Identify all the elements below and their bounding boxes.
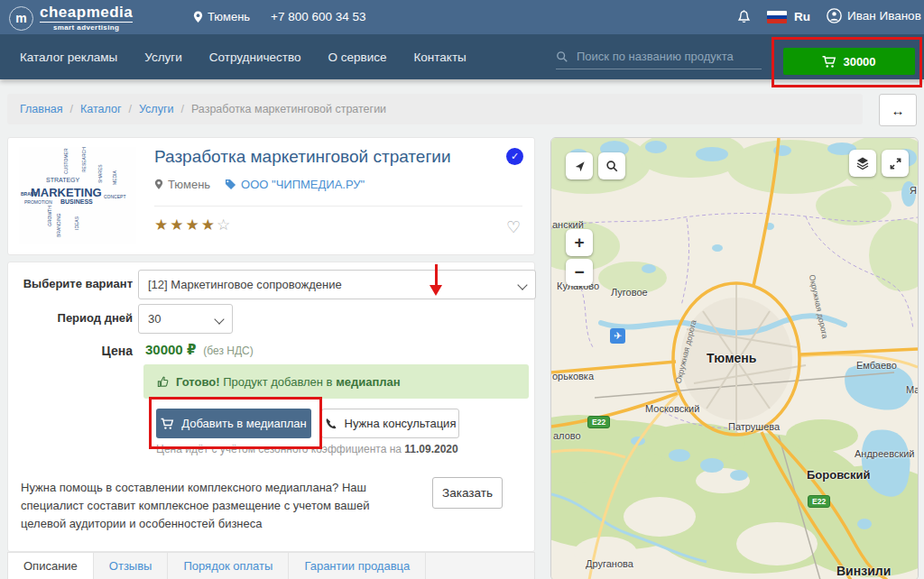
consultation-button[interactable]: Нужна консультация (321, 409, 459, 438)
rating-stars[interactable]: ★★★★☆ (154, 216, 232, 234)
favorite-heart-icon[interactable]: ♡ (506, 217, 521, 237)
map-fullscreen-button[interactable] (882, 150, 909, 177)
toggle-width-button[interactable]: ↔ (879, 94, 917, 126)
logo[interactable]: m cheapmedia smart advertising (9, 5, 133, 32)
star-full-icon: ★ (201, 216, 217, 234)
chevron-down-icon (214, 314, 224, 324)
breadcrumb-link[interactable]: Каталог (80, 103, 121, 115)
map-place-label: Ембаево (856, 360, 897, 371)
period-value: 30 (148, 312, 161, 326)
cart-total: 30000 (843, 55, 875, 69)
period-label: Период дней (8, 311, 133, 325)
breadcrumb-separator: / (70, 103, 73, 115)
help-text: Нужна помощь в составлении комплексного … (21, 479, 411, 533)
cloud-word: MEDIA (113, 170, 117, 185)
phone-icon (325, 418, 337, 430)
city-selector[interactable]: Тюмень (193, 10, 250, 23)
map-place-label: Друганова (586, 558, 633, 569)
variant-label: Выберите вариант (8, 277, 133, 290)
tag-icon (225, 179, 236, 190)
cloud-word: CUSTOMER (64, 148, 69, 174)
city-label: Тюмень (208, 10, 250, 23)
period-select[interactable]: 30 (138, 304, 233, 334)
notifications-bell-icon[interactable] (736, 9, 752, 29)
map-search-button[interactable] (598, 152, 625, 179)
cart-icon (822, 55, 836, 69)
star-full-icon: ★ (170, 216, 185, 234)
cloud-word: SHARES (98, 164, 103, 183)
location-pin-icon (154, 179, 163, 190)
map-zoom-in-button[interactable]: + (566, 229, 593, 256)
order-button[interactable]: Заказать (432, 477, 503, 509)
breadcrumb-separator: / (129, 103, 132, 115)
product-image[interactable]: MARKETINGSTRATEGYBUSINESSPROMOTIONCONCEP… (19, 147, 136, 244)
consult-button-label: Нужна консультация (345, 417, 457, 430)
product-title: Разработка маркетинговой стратегии (154, 147, 451, 167)
cloud-word: CONCEPT (104, 195, 125, 199)
route-badge: E22 (808, 495, 830, 508)
map-layers-button[interactable] (849, 150, 876, 177)
success-bold2: медиаплан (336, 375, 401, 389)
tab-link[interactable]: Отзывы (94, 553, 169, 579)
phone-number[interactable]: +7 800 600 34 53 (271, 10, 365, 23)
map-place-label: Ма (906, 384, 919, 395)
star-full-icon: ★ (186, 216, 201, 234)
layers-icon (855, 156, 870, 170)
star-full-icon: ★ (154, 216, 170, 234)
cloud-word: GROWTH (48, 206, 52, 226)
map-place-label: Луговое (611, 287, 648, 298)
breadcrumb-current: Разработка маркетинговой стратегии (191, 103, 386, 115)
nav-item[interactable]: Услуги (144, 51, 182, 64)
cloud-word: BRANDING (57, 214, 61, 237)
nav-item[interactable]: Контакты (413, 51, 466, 64)
search-icon (605, 160, 619, 173)
geolocation-button[interactable] (566, 152, 593, 179)
tab-link[interactable]: Гарантии продавца (289, 553, 426, 579)
map-panel[interactable]: анскийКулаковоЛуговоеорьковкаТюменьЕмбае… (550, 137, 919, 579)
map-place-label: орьковка (552, 371, 594, 381)
breadcrumb: Главная/Каталог/Услуги/Разработка маркет… (7, 94, 863, 124)
map-place-label: Патрушева (728, 421, 780, 432)
map-zoom-out-button[interactable]: − (566, 259, 593, 286)
route-badge: E22 (587, 416, 610, 428)
map-place-label: Андреевский (855, 448, 915, 459)
nav-menu: Каталог рекламыУслугиСотрудничествоО сер… (20, 34, 467, 79)
map-place-label: Я (910, 185, 917, 196)
chevron-down-icon (517, 280, 527, 290)
cloud-word: MARKETING (31, 187, 102, 198)
russian-flag-icon[interactable] (767, 11, 787, 23)
language-switcher[interactable]: Ru (794, 10, 810, 23)
search-icon (556, 51, 568, 63)
map-place-label: Московский (645, 403, 699, 414)
map-place-label: Тюмень (707, 351, 756, 365)
nav-item[interactable]: О сервисе (328, 51, 386, 64)
top-header: m cheapmedia smart advertising Тюмень +7… (0, 0, 924, 34)
tab-active[interactable]: Описание (8, 553, 94, 579)
airport-plane-icon: ✈ (610, 328, 625, 344)
user-icon (827, 8, 842, 23)
fullscreen-arrows-icon (889, 157, 902, 170)
thumbs-up-icon (156, 375, 170, 389)
add-to-mediaplan-button[interactable]: Добавить в медиаплан (156, 409, 311, 438)
nav-item[interactable]: Сотрудничество (209, 51, 301, 64)
success-text: Продукт добавлен в (223, 375, 332, 389)
location-pin-icon (193, 11, 203, 23)
expand-icon: ↔ (892, 103, 905, 118)
cart-button[interactable]: 30000 (783, 48, 915, 75)
tab-link[interactable]: Порядок оплаты (168, 553, 289, 579)
breadcrumb-separator: / (180, 103, 183, 115)
search-input[interactable] (575, 49, 750, 64)
search-box (556, 49, 762, 69)
breadcrumb-link[interactable]: Услуги (139, 103, 173, 115)
nav-item[interactable]: Каталог рекламы (20, 51, 117, 64)
geolocation-arrow-icon (573, 160, 587, 173)
logo-name: cheapmedia (40, 5, 133, 23)
success-bold: Готово! (176, 375, 220, 389)
variant-select[interactable]: [12] Маркетинговое сопровождение (138, 270, 536, 299)
user-account[interactable]: Иван Иванов (827, 8, 921, 23)
variant-value: [12] Маркетинговое сопровождение (148, 278, 342, 291)
cloud-word: STRATEGY (46, 177, 79, 183)
logo-m-icon: m (9, 6, 33, 31)
company-link[interactable]: ООО "ЧИПМЕДИА.РУ" (225, 178, 365, 191)
breadcrumb-link[interactable]: Главная (20, 103, 63, 115)
